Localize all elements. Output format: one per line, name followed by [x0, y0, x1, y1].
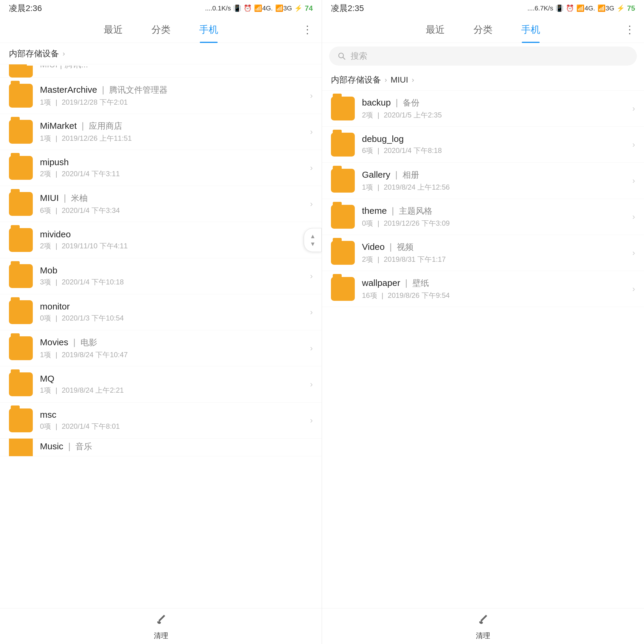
list-item[interactable]: Mob 3项 | 2020/1/4 下午10:18 ›	[0, 258, 322, 294]
folder-icon	[9, 228, 33, 252]
scroll-handle[interactable]: ▲ ▼	[304, 228, 322, 252]
list-item[interactable]: wallpaper | 壁纸 16项 | 2019/8/26 下午9:54 ›	[322, 271, 644, 307]
tab-phone-right[interactable]: 手机	[507, 17, 555, 43]
clean-button-right[interactable]: 清理	[476, 612, 490, 640]
bottom-bar-left: 清理	[0, 608, 322, 644]
charge-icon-left: ⚡	[294, 4, 302, 12]
folder-info: backup | 备份 2项 | 2020/1/5 上午2:35	[362, 97, 629, 120]
vibrate-icon: 📳	[233, 4, 241, 12]
clean-label-right: 清理	[476, 631, 490, 640]
folder-icon	[331, 133, 355, 157]
breadcrumb-root-left[interactable]: 内部存储设备	[9, 48, 59, 59]
tab-bar-left: 最近 分类 手机 ⋮	[0, 17, 322, 43]
folder-item-partial[interactable]: MIUI | 腾讯...	[0, 66, 322, 78]
list-item[interactable]: msc 0项 | 2020/1/4 下午8:01 ›	[0, 403, 322, 439]
list-item[interactable]: Gallery | 相册 1项 | 2019/8/24 上午12:56 ›	[322, 163, 644, 199]
folder-meta: 0项 | 2020/1/3 下午10:54	[40, 313, 307, 323]
signal-3g-right: 📶3G	[597, 4, 614, 12]
folder-list-right[interactable]: backup | 备份 2项 | 2020/1/5 上午2:35 › debug…	[322, 91, 644, 608]
chevron-icon: ›	[632, 248, 635, 258]
folder-icon	[9, 408, 33, 432]
breadcrumb-left: 内部存储设备 ›	[0, 43, 322, 64]
folder-icon	[9, 84, 33, 108]
clean-button-left[interactable]: 清理	[154, 612, 168, 640]
chevron-icon: ›	[310, 343, 313, 353]
tab-more-left[interactable]: ⋮	[302, 24, 313, 36]
folder-icon	[9, 192, 33, 216]
folder-name: monitor	[40, 301, 307, 312]
tab-phone-left[interactable]: 手机	[185, 17, 233, 43]
breadcrumb-sub-right[interactable]: MIUI	[391, 75, 408, 85]
alarm-icon-r: ⏰	[566, 4, 574, 12]
charge-icon-right: ⚡	[617, 4, 625, 12]
list-item[interactable]: mivideo 2项 | 2019/11/10 下午4:11 ▲ ▼	[0, 222, 322, 258]
list-item[interactable]: MIUI | 米柚 6项 | 2020/1/4 下午3:34 ›	[0, 186, 322, 222]
status-icons-right: ....6.7K/s 📳 ⏰ 📶4G. 📶3G ⚡ 75	[527, 4, 635, 13]
list-item[interactable]: monitor 0项 | 2020/1/3 下午10:54 ›	[0, 294, 322, 330]
folder-name: MIUI | 米柚	[40, 193, 307, 204]
search-input-wrap[interactable]: 搜索	[329, 47, 637, 66]
signal-left: ....0.1K/s	[205, 4, 231, 12]
list-item[interactable]: debug_log 6项 | 2020/1/4 下午8:18 ›	[322, 127, 644, 163]
tab-category-left[interactable]: 分类	[137, 17, 185, 43]
folder-icon	[9, 372, 33, 396]
tab-more-right[interactable]: ⋮	[624, 24, 635, 36]
list-item[interactable]: Video | 视频 2项 | 2019/8/31 下午1:17 ›	[322, 235, 644, 271]
tab-recent-right[interactable]: 最近	[411, 17, 459, 43]
search-icon	[338, 52, 346, 60]
folder-name: debug_log	[362, 134, 629, 144]
folder-info: wallpaper | 壁纸 16项 | 2019/8/26 下午9:54	[362, 278, 629, 300]
breadcrumb-sep1-right: ›	[385, 76, 387, 84]
chevron-icon: ›	[632, 140, 635, 149]
breadcrumb-right: 内部存储设备 › MIUI ›	[322, 69, 644, 91]
list-item[interactable]: MiMarket | 应用商店 1项 | 2019/12/26 上午11:51 …	[0, 114, 322, 150]
folder-info: Mob 3项 | 2020/1/4 下午10:18	[40, 265, 307, 287]
vibrate-icon-r: 📳	[555, 4, 563, 12]
chevron-icon: ›	[632, 212, 635, 222]
status-time-right: 凌晨2:35	[331, 3, 364, 14]
list-item[interactable]: theme | 主题风格 0项 | 2019/12/26 下午3:09 ›	[322, 199, 644, 235]
folder-meta: 3项 | 2020/1/4 下午10:18	[40, 277, 307, 287]
list-item[interactable]: mipush 2项 | 2020/1/4 下午3:11 ›	[0, 150, 322, 186]
chevron-icon: ›	[632, 104, 635, 113]
status-icons-left: ....0.1K/s 📳 ⏰ 📶4G. 📶3G ⚡ 74	[205, 4, 313, 13]
chevron-icon: ›	[310, 416, 313, 425]
chevron-icon: ›	[632, 284, 635, 294]
folder-name: Gallery | 相册	[362, 169, 629, 181]
signal-4g-left: 📶4G.	[254, 4, 273, 12]
folder-info: msc 0项 | 2020/1/4 下午8:01	[40, 410, 307, 431]
chevron-icon: ›	[310, 163, 313, 173]
folder-list-left[interactable]: MIUI | 腾讯... MasterArchive | 腾讯文件管理器 1项 …	[0, 66, 322, 608]
signal-3g-left: 📶3G	[275, 4, 292, 12]
folder-icon	[331, 97, 355, 120]
list-item[interactable]: Movies | 电影 1项 | 2019/8/24 下午10:47 ›	[0, 330, 322, 366]
folder-info: debug_log 6项 | 2020/1/4 下午8:18	[362, 134, 629, 155]
chevron-icon: ›	[632, 176, 635, 185]
list-item[interactable]: MasterArchive | 腾讯文件管理器 1项 | 2019/12/28 …	[0, 78, 322, 114]
tab-category-right[interactable]: 分类	[459, 17, 507, 43]
folder-info: mipush 2项 | 2020/1/4 下午3:11	[40, 157, 307, 179]
folder-icon	[9, 264, 33, 288]
list-item[interactable]: MQ 1项 | 2019/8/24 上午2:21 ›	[0, 366, 322, 403]
folder-info: mivideo 2项 | 2019/11/10 下午4:11	[40, 229, 313, 251]
list-item[interactable]: Music | 音乐	[0, 439, 322, 456]
folder-name: Movies | 电影	[40, 337, 307, 348]
folder-name: Music | 音乐	[40, 441, 313, 452]
broom-icon-left	[154, 612, 168, 628]
chevron-icon: ›	[310, 271, 313, 281]
folder-meta: 16项 | 2019/8/26 下午9:54	[362, 291, 629, 300]
status-bar-left: 凌晨2:36 ....0.1K/s 📳 ⏰ 📶4G. 📶3G ⚡ 74	[0, 0, 322, 17]
tab-recent-left[interactable]: 最近	[89, 17, 137, 43]
folder-name: MQ	[40, 374, 307, 384]
list-item[interactable]: backup | 备份 2项 | 2020/1/5 上午2:35 ›	[322, 91, 644, 127]
folder-name: Mob	[40, 265, 307, 275]
folder-name-partial: MIUI | 腾讯...	[40, 66, 313, 70]
folder-name: MiMarket | 应用商店	[40, 120, 307, 132]
folder-icon	[9, 336, 33, 360]
folder-name: backup | 备份	[362, 97, 629, 109]
search-placeholder: 搜索	[351, 50, 367, 62]
breadcrumb-root-right[interactable]: 内部存储设备	[331, 74, 381, 86]
folder-name: mipush	[40, 157, 307, 167]
folder-icon	[331, 169, 355, 193]
breadcrumb-sep2-right: ›	[412, 76, 414, 84]
